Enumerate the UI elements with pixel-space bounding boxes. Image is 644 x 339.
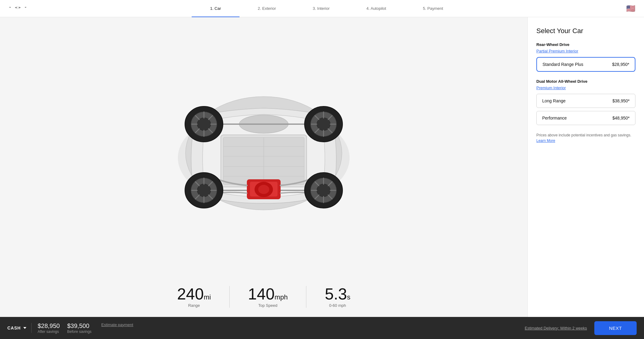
tab-interior[interactable]: 3. Interior: [294, 0, 348, 17]
awd-section: Dual Motor All-Wheel Drive Premium Inter…: [536, 79, 635, 125]
car-section: 240mi Range 140mph Top Speed 5.3s 0-60 m…: [0, 17, 527, 317]
learn-more-link[interactable]: Learn More: [536, 139, 555, 143]
tesla-logo: [9, 5, 27, 11]
rwd-subtitle[interactable]: Partial Premium Interior: [536, 49, 635, 53]
awd-subtitle[interactable]: Premium Interior: [536, 86, 635, 90]
car-illustration: [156, 87, 371, 216]
config-panel: Select Your Car Rear-Wheel Drive Partial…: [527, 17, 644, 317]
flag-icon: 🇺🇸: [618, 4, 644, 13]
tab-autopilot[interactable]: 4. Autopilot: [348, 0, 404, 17]
standard-range-plus-button[interactable]: Standard Range Plus $28,950*: [536, 57, 635, 72]
tab-exterior[interactable]: 2. Exterior: [240, 0, 294, 17]
long-range-button[interactable]: Long Range $38,950*: [536, 94, 635, 108]
rwd-label: Rear-Wheel Drive: [536, 42, 635, 47]
main-layout: 240mi Range 140mph Top Speed 5.3s 0-60 m…: [0, 17, 644, 317]
tab-payment[interactable]: 5. Payment: [404, 0, 462, 17]
stat-range: 240mi Range: [159, 286, 229, 308]
stat-top-speed: 140mph Top Speed: [229, 286, 306, 308]
rwd-section: Rear-Wheel Drive Partial Premium Interio…: [536, 42, 635, 72]
config-title: Select Your Car: [536, 27, 635, 35]
incentive-note: Prices above include potential incentive…: [536, 132, 635, 143]
performance-button[interactable]: Performance $48,950*: [536, 111, 635, 125]
nav-tabs: 1. Car 2. Exterior 3. Interior 4. Autopi…: [36, 0, 618, 17]
stats-bar: 240mi Range 140mph Top Speed 5.3s 0-60 m…: [0, 280, 527, 311]
svg-point-37: [258, 185, 269, 194]
tesla-logo-container: [0, 5, 36, 13]
awd-label: Dual Motor All-Wheel Drive: [536, 79, 635, 84]
tab-car[interactable]: 1. Car: [192, 0, 239, 17]
stat-acceleration: 5.3s 0-60 mph: [306, 286, 369, 308]
car-image-container: [126, 17, 402, 280]
header: 1. Car 2. Exterior 3. Interior 4. Autopi…: [0, 0, 644, 17]
